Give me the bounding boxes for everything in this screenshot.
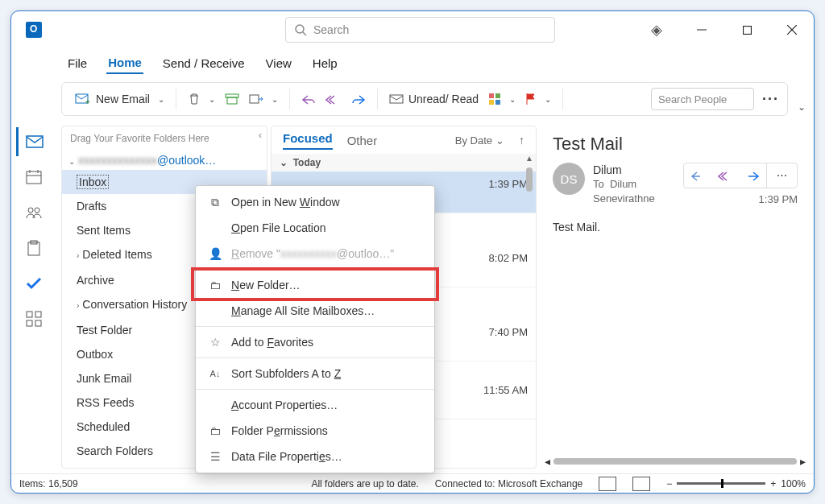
separator bbox=[196, 326, 434, 327]
ctx-add-favorites[interactable]: ☆Add to Favorites bbox=[196, 329, 434, 355]
title-bar: Search ◈ bbox=[11, 11, 814, 48]
reading-hscroll[interactable]: ◂ ▸ bbox=[541, 456, 809, 467]
message-list-tabs: Focused Other By Date ⌄ ↑ bbox=[272, 126, 536, 154]
svg-rect-17 bbox=[27, 171, 41, 184]
svg-rect-28 bbox=[35, 320, 41, 326]
reply-button[interactable] bbox=[296, 91, 321, 107]
svg-rect-9 bbox=[227, 97, 237, 104]
delete-button[interactable]: ⌄ bbox=[183, 90, 220, 108]
collapse-folderpane-icon[interactable]: ‹ bbox=[259, 130, 262, 141]
tab-focused[interactable]: Focused bbox=[283, 131, 333, 150]
ctx-manage-site-mailboxes[interactable]: Manage All Site Mailboxes… bbox=[196, 298, 434, 324]
ctx-new-folder[interactable]: 🗀New Folder… bbox=[196, 272, 434, 298]
reply-all-button[interactable] bbox=[321, 91, 346, 107]
search-icon bbox=[294, 23, 307, 36]
menu-help[interactable]: Help bbox=[311, 53, 339, 73]
message-action-toolbar: ··· bbox=[683, 163, 798, 188]
archive-button[interactable] bbox=[220, 91, 244, 107]
rail-mail[interactable] bbox=[16, 127, 52, 156]
search-people-input[interactable]: Search People bbox=[651, 88, 754, 110]
menu-file[interactable]: File bbox=[66, 53, 89, 73]
folder-label: Inbox bbox=[77, 175, 109, 189]
sort-direction-button[interactable]: ↑ bbox=[519, 134, 524, 147]
ctx-sort-subfolders[interactable]: A↓Sort Subfolders A to Z bbox=[196, 361, 434, 386]
scroll-left-icon[interactable]: ◂ bbox=[545, 455, 550, 468]
svg-rect-16 bbox=[27, 136, 43, 147]
svg-text:+: + bbox=[85, 97, 90, 105]
move-button[interactable]: ⌄ bbox=[244, 90, 283, 108]
close-button[interactable] bbox=[780, 18, 804, 42]
premium-icon[interactable]: ◈ bbox=[645, 18, 669, 42]
msg-reply-all-button[interactable] bbox=[711, 163, 739, 188]
search-input[interactable]: Search bbox=[285, 17, 555, 43]
unread-read-button[interactable]: Unread/ Read bbox=[384, 90, 483, 108]
menu-view[interactable]: View bbox=[264, 53, 293, 73]
separator bbox=[196, 269, 434, 270]
new-email-button[interactable]: + New Email⌄ bbox=[70, 90, 169, 108]
search-placeholder: Search bbox=[313, 23, 349, 36]
separator bbox=[196, 389, 434, 390]
status-sync: All folders are up to date. bbox=[311, 478, 418, 490]
zoom-out-button[interactable]: − bbox=[666, 478, 672, 490]
folder-label: Conversation History bbox=[82, 298, 187, 311]
reply-icon bbox=[301, 93, 316, 105]
menu-home[interactable]: Home bbox=[106, 52, 143, 74]
scroll-up-icon[interactable]: ▲ bbox=[525, 154, 533, 163]
calendar-icon bbox=[26, 169, 42, 185]
outlook-logo-icon bbox=[26, 22, 42, 38]
rail-calendar[interactable] bbox=[16, 163, 52, 192]
envelope-icon bbox=[389, 93, 404, 105]
svg-rect-14 bbox=[489, 100, 494, 105]
ctx-open-new-window[interactable]: ⧉Open in New Window bbox=[196, 189, 434, 215]
sort-button[interactable]: By Date ⌄ bbox=[455, 134, 504, 147]
rail-todo[interactable] bbox=[16, 269, 52, 298]
status-bar: Items: 16,509 All folders are up to date… bbox=[11, 473, 814, 493]
chevron-down-icon[interactable]: ⌄ bbox=[209, 95, 215, 104]
star-icon: ☆ bbox=[207, 334, 223, 350]
msg-forward-button[interactable] bbox=[739, 163, 766, 188]
msg-reply-button[interactable] bbox=[684, 163, 711, 188]
favorites-drop-area[interactable]: Drag Your Favorite Folders Here ‹ bbox=[62, 126, 267, 151]
view-normal-button[interactable] bbox=[599, 477, 616, 491]
ctx-open-file-location[interactable]: Open File Location bbox=[196, 215, 434, 241]
scroll-thumb[interactable] bbox=[526, 167, 533, 192]
flag-button[interactable]: ⌄ bbox=[520, 90, 556, 108]
ctx-datafile-properties[interactable]: ☰Data File Properties… bbox=[196, 444, 434, 469]
menu-send-receive[interactable]: Send / Receive bbox=[161, 53, 247, 73]
sort-label: By Date bbox=[455, 134, 492, 147]
categories-button[interactable]: ⌄ bbox=[483, 90, 520, 108]
scroll-right-icon[interactable]: ▸ bbox=[800, 455, 806, 468]
rail-apps[interactable] bbox=[16, 304, 52, 333]
forward-button[interactable] bbox=[346, 91, 371, 107]
view-reading-button[interactable] bbox=[632, 477, 650, 491]
maximize-button[interactable] bbox=[735, 18, 759, 42]
rail-people[interactable] bbox=[16, 198, 52, 227]
tab-other[interactable]: Other bbox=[347, 134, 378, 147]
zoom-in-button[interactable]: + bbox=[770, 478, 776, 490]
list-scrollbar[interactable]: ▲ bbox=[523, 154, 536, 468]
zoom-slider[interactable] bbox=[677, 482, 765, 485]
mail-time: 11:55 AM bbox=[483, 384, 528, 412]
chevron-down-icon[interactable]: ⌄ bbox=[272, 95, 278, 104]
checkmark-icon bbox=[25, 276, 43, 291]
ctx-folder-permissions[interactable]: 🗀Folder Permissions bbox=[196, 418, 434, 444]
permissions-icon: 🗀 bbox=[207, 423, 223, 439]
rail-tasks[interactable] bbox=[16, 233, 52, 262]
group-today[interactable]: ⌄ Today bbox=[272, 154, 536, 171]
minimize-button[interactable] bbox=[690, 18, 714, 42]
ribbon-collapse-button[interactable]: ⌄ bbox=[798, 101, 806, 116]
chevron-down-icon[interactable]: ⌄ bbox=[509, 95, 516, 104]
avatar: DS bbox=[553, 163, 585, 195]
account-node[interactable]: ⌄xxxxxxxxxxxxxx@outlook… bbox=[62, 151, 267, 170]
chevron-down-icon[interactable]: ⌄ bbox=[158, 95, 164, 104]
mail-time: 7:40 PM bbox=[489, 326, 528, 354]
ribbon-more-button[interactable]: ··· bbox=[762, 91, 779, 108]
chevron-down-icon[interactable]: ⌄ bbox=[545, 95, 551, 104]
msg-more-button[interactable]: ··· bbox=[766, 163, 797, 188]
scroll-thumb[interactable] bbox=[553, 458, 797, 465]
folder-label: Deleted Items bbox=[82, 248, 151, 261]
zoom-control[interactable]: − + 100% bbox=[666, 478, 806, 490]
divider bbox=[377, 89, 378, 109]
reading-pane: Test Mail DS Dilum To Dilum Senevirathne… bbox=[541, 126, 809, 469]
ctx-account-properties[interactable]: Account Properties… bbox=[196, 392, 434, 418]
